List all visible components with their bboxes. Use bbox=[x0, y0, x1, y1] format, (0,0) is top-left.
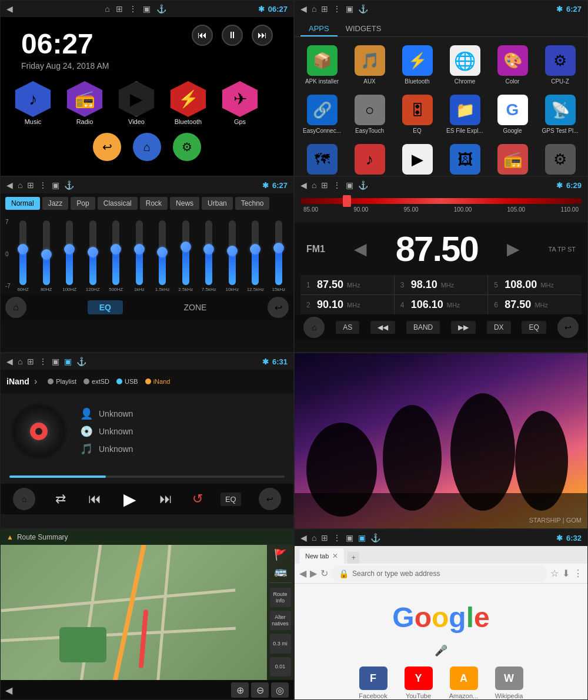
preset-news[interactable]: News bbox=[170, 197, 199, 210]
repeat-btn[interactable]: ↺ bbox=[192, 491, 203, 507]
voice-search-icon[interactable]: 🎤 bbox=[435, 644, 447, 657]
music-home-btn[interactable]: ⌂ bbox=[13, 488, 35, 510]
app-google[interactable]: G Google bbox=[490, 91, 535, 138]
apps-home-icon[interactable]: ⌂ bbox=[312, 4, 316, 14]
preset-6[interactable]: 6 87.50 MHz bbox=[488, 295, 582, 314]
browser-fwd-btn[interactable]: ▶ bbox=[310, 568, 317, 579]
music-progress-bar[interactable] bbox=[9, 475, 285, 478]
preset-rock[interactable]: Rock bbox=[140, 197, 168, 210]
preset-jazz[interactable]: Jazz bbox=[42, 197, 69, 210]
shortcut-facebook[interactable]: F Facebook bbox=[353, 666, 393, 699]
tab-apps[interactable]: APPS bbox=[300, 22, 338, 36]
eq-usb-icon[interactable]: ⚓ bbox=[64, 180, 74, 190]
shortcut-youtube[interactable]: Y YouTube bbox=[398, 666, 439, 699]
chrome-back-icon[interactable]: ◀ bbox=[300, 533, 307, 542]
chrome-disp-icon[interactable]: ▣ bbox=[346, 533, 353, 542]
music-back-btn[interactable]: ↩ bbox=[259, 488, 281, 510]
app-easyconnect[interactable]: 🔗 EasyConnec... bbox=[299, 91, 345, 138]
music-eq-btn[interactable]: EQ bbox=[220, 493, 241, 506]
home-app-gps[interactable]: ✈ Gps bbox=[216, 81, 263, 125]
app-apk-installer[interactable]: 📦 APK installer bbox=[299, 42, 345, 89]
radio-next-btn[interactable]: ▶ bbox=[501, 239, 526, 259]
address-bar[interactable]: 🔒 Search or type web address bbox=[332, 565, 547, 582]
preset-classical[interactable]: Classical bbox=[98, 197, 138, 210]
apps-menu-icon[interactable]: ⋮ bbox=[333, 4, 341, 14]
radio-home-icon[interactable]: ⌂ bbox=[312, 180, 316, 190]
eq-home-icon[interactable]: ⌂ bbox=[18, 180, 22, 190]
preset-pop[interactable]: Pop bbox=[71, 197, 95, 210]
preset-normal[interactable]: Normal bbox=[5, 197, 40, 210]
eq-home-bottom-btn[interactable]: ⌂ bbox=[5, 297, 26, 318]
home-icon[interactable]: ⌂ bbox=[105, 4, 109, 14]
chrome-more-btn[interactable]: ⋮ bbox=[573, 568, 583, 579]
zoom-controls-group[interactable]: ⊕ bbox=[231, 682, 249, 698]
address-text[interactable]: Search or type web address bbox=[352, 570, 540, 578]
app-quickpic[interactable]: 🖼 QuickPic bbox=[442, 140, 487, 176]
app-settings[interactable]: ⚙ Settings bbox=[537, 140, 583, 176]
bookmark-btn[interactable]: ☆ bbox=[550, 568, 559, 579]
route-info-btn[interactable]: Route Info bbox=[270, 588, 291, 607]
home-app-radio[interactable]: 📻 Radio bbox=[61, 81, 108, 125]
eq-track-60hz[interactable] bbox=[19, 220, 26, 285]
shuffle-btn[interactable]: ⇄ bbox=[53, 489, 68, 509]
usb-icon[interactable]: ⚓ bbox=[156, 4, 166, 14]
chrome-usb3-icon[interactable]: ⚓ bbox=[370, 533, 380, 542]
radio-band-btn[interactable]: BAND bbox=[406, 321, 440, 334]
radio-prev-btn[interactable]: ◀ bbox=[348, 239, 373, 259]
radio-home-btn[interactable]: ⌂ bbox=[303, 317, 325, 338]
chrome-win-icon[interactable]: ⊞ bbox=[321, 533, 328, 542]
next-track-btn[interactable]: ⏭ bbox=[252, 25, 273, 46]
radio-disp-icon[interactable]: ▣ bbox=[346, 180, 353, 190]
chrome-home-icon[interactable]: ⌂ bbox=[312, 533, 316, 542]
eq-back-icon[interactable]: ◀ bbox=[6, 180, 13, 190]
eq-win-icon[interactable]: ⊞ bbox=[27, 180, 34, 190]
source-playlist-btn[interactable]: Playlist bbox=[48, 378, 76, 385]
chrome-new-tab-btn[interactable]: + bbox=[348, 552, 359, 564]
apps-usb2-icon[interactable]: ⚓ bbox=[358, 4, 368, 14]
app-playstore[interactable]: ▶ Play Store bbox=[395, 140, 440, 176]
app-chrome[interactable]: 🌐 Chrome bbox=[442, 42, 487, 89]
preset-techno[interactable]: Techno bbox=[235, 197, 270, 210]
music-win-icon[interactable]: ⊞ bbox=[27, 357, 34, 366]
radio-as-btn[interactable]: AS bbox=[336, 321, 359, 334]
settings-round-btn[interactable]: ⚙ bbox=[173, 133, 201, 161]
zoom-out-btn[interactable]: ⊖ bbox=[251, 682, 269, 698]
app-easytouch[interactable]: ○ EasyTouch bbox=[347, 91, 392, 138]
preset-2[interactable]: 2 90.10 MHz bbox=[300, 295, 394, 314]
radio-usb-icon[interactable]: ⚓ bbox=[358, 180, 368, 190]
app-eq[interactable]: 🎛 EQ bbox=[395, 91, 440, 138]
eq-menu-icon[interactable]: ⋮ bbox=[39, 180, 47, 190]
tab-widgets[interactable]: WIDGETS bbox=[338, 22, 390, 36]
app-aux[interactable]: 🎵 AUX bbox=[347, 42, 392, 89]
pause-btn[interactable]: ⏸ bbox=[222, 25, 243, 46]
music-sd-icon[interactable]: ▣ bbox=[64, 357, 72, 366]
app-radio[interactable]: 📻 Radio bbox=[490, 140, 535, 176]
preset-urban[interactable]: Urban bbox=[202, 197, 233, 210]
radio-prev-btn2[interactable]: ◀◀ bbox=[370, 321, 395, 334]
eq-label[interactable]: EQ bbox=[88, 300, 123, 314]
chrome-menu-icon[interactable]: ⋮ bbox=[333, 533, 341, 542]
alternatives-btn[interactable]: Alter natives bbox=[270, 611, 291, 630]
preset-1[interactable]: 1 87.50 MHz bbox=[300, 275, 394, 294]
back-round-btn[interactable]: ↩ bbox=[93, 133, 121, 161]
eq-back-bottom-btn[interactable]: ↩ bbox=[268, 297, 289, 318]
apps-win-icon[interactable]: ⊞ bbox=[321, 4, 328, 14]
zone-label[interactable]: ZONE bbox=[183, 303, 206, 312]
home-app-bluetooth[interactable]: ⚡ Bluetooth bbox=[165, 81, 212, 125]
app-music[interactable]: ♪ Music bbox=[347, 140, 392, 176]
source-inand-btn[interactable]: iNand bbox=[145, 378, 171, 385]
radio-eq-btn[interactable]: EQ bbox=[522, 321, 546, 334]
prev-track-btn[interactable]: ⏮ bbox=[192, 25, 213, 46]
radio-dx-btn[interactable]: DX bbox=[487, 321, 511, 334]
music-menu-icon[interactable]: ⋮ bbox=[39, 357, 47, 366]
music-prev-btn[interactable]: ⏮ bbox=[86, 489, 103, 509]
app-es-file[interactable]: 📁 ES File Expl... bbox=[442, 91, 487, 138]
apps-disp-icon[interactable]: ▣ bbox=[346, 4, 353, 14]
home-round-btn[interactable]: ⌂ bbox=[133, 133, 161, 161]
browser-back-btn[interactable]: ◀ bbox=[299, 568, 306, 579]
app-gps-test[interactable]: 📡 GPS Test Pl... bbox=[537, 91, 583, 138]
preset-4[interactable]: 4 106.10 MHz bbox=[395, 295, 488, 314]
compass-btn[interactable]: ◎ bbox=[271, 682, 289, 698]
source-usb-btn[interactable]: USB bbox=[116, 378, 138, 385]
chrome-tab-close-icon[interactable]: ✕ bbox=[332, 552, 338, 560]
